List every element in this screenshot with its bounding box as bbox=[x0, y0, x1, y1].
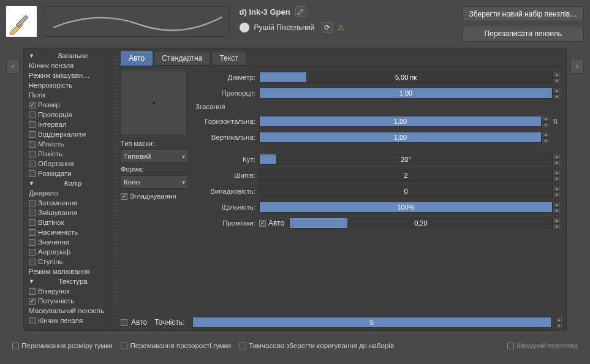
vert-slider[interactable]: 1,00 bbox=[259, 132, 542, 143]
horiz-label: Горизонтальна: bbox=[195, 118, 259, 125]
spikes-spin[interactable]: ▴▾ bbox=[553, 170, 561, 181]
engine-icon bbox=[240, 23, 249, 32]
random-spin[interactable]: ▴▾ bbox=[553, 186, 561, 197]
temp-save-checkbox[interactable] bbox=[240, 343, 246, 349]
spikes-label: Шипів: bbox=[195, 172, 259, 179]
property-sidebar[interactable]: ▼Загальне Кінчик пензля Режим змішуван… … bbox=[26, 51, 112, 328]
angle-slider[interactable]: 20° bbox=[259, 154, 553, 165]
checkbox-hue[interactable] bbox=[29, 219, 36, 226]
diameter-spin[interactable]: ▴▾ bbox=[553, 72, 561, 83]
prop-source[interactable]: Джерело bbox=[26, 188, 112, 198]
antialias-label: Згладжування bbox=[130, 192, 176, 200]
prop-hue[interactable]: Відтінок bbox=[26, 218, 112, 227]
diameter-slider[interactable]: 5,00 пк bbox=[259, 72, 553, 83]
prop-softness[interactable]: М'якість bbox=[26, 139, 112, 149]
prop-spacing[interactable]: Інтервал bbox=[26, 119, 112, 129]
checkbox-spacing[interactable] bbox=[29, 121, 36, 128]
reload-button[interactable]: ⟳ bbox=[322, 22, 333, 33]
checkbox-strength[interactable] bbox=[29, 298, 36, 305]
prop-scatter[interactable]: Розкидати bbox=[26, 169, 112, 178]
prop-strength[interactable]: Потужність bbox=[26, 296, 112, 306]
ratio-spin[interactable]: ▴▾ bbox=[553, 88, 561, 99]
tab-text[interactable]: Текст bbox=[211, 51, 246, 66]
precision-label: Точність: bbox=[154, 318, 184, 327]
prop-ratio[interactable]: Пропорція bbox=[26, 110, 112, 119]
horiz-spin[interactable]: ▴▾ bbox=[542, 116, 550, 127]
shape-select[interactable]: Коло bbox=[121, 175, 188, 189]
checkbox-mix[interactable] bbox=[29, 210, 36, 216]
checkbox-sharpness[interactable] bbox=[29, 151, 36, 157]
random-slider[interactable]: 0 bbox=[259, 186, 553, 197]
spacingval-slider[interactable]: 0,20 bbox=[289, 218, 553, 229]
checkbox-softness[interactable] bbox=[29, 141, 36, 148]
eraser-opacity-checkbox[interactable] bbox=[121, 343, 127, 349]
ratio-label: Пропорції: bbox=[195, 89, 259, 97]
antialias-checkbox[interactable] bbox=[121, 193, 127, 200]
checkbox-darken[interactable] bbox=[29, 200, 36, 207]
save-new-preset-button[interactable]: Зберегти новий набір пензлів… bbox=[463, 6, 584, 22]
brush-name: d) Ink-3 Gpen bbox=[240, 7, 290, 17]
tab-auto[interactable]: Авто bbox=[121, 51, 153, 66]
category-texture[interactable]: ▼Текстура bbox=[26, 276, 112, 286]
prop-mix[interactable]: Змішування bbox=[26, 208, 112, 218]
precision-auto-checkbox[interactable] bbox=[121, 319, 127, 326]
angle-spin[interactable]: ▴▾ bbox=[553, 154, 561, 165]
prop-tip[interactable]: Кінчик пензля bbox=[26, 61, 112, 70]
diameter-label: Діаметр: bbox=[195, 74, 259, 81]
prop-rate[interactable]: Ступінь bbox=[26, 257, 112, 267]
density-slider[interactable]: 100% bbox=[259, 202, 553, 213]
prop-pattern[interactable]: Візерунок bbox=[26, 286, 112, 296]
precision-spin[interactable]: ▴▾ bbox=[555, 317, 564, 328]
quick-preview-label: Швидкий перегляд bbox=[516, 342, 578, 349]
category-color[interactable]: ▼Колір bbox=[26, 178, 112, 188]
warning-icon: ⚠ bbox=[338, 23, 344, 32]
tab-standard[interactable]: Стандартна bbox=[154, 51, 210, 66]
prop-masktip[interactable]: Кінчик пензля bbox=[26, 316, 112, 325]
overwrite-brush-button[interactable]: Перезаписати пензель bbox=[463, 26, 584, 42]
engine-label: Рушій Піксельний bbox=[254, 23, 315, 32]
category-general[interactable]: ▼Загальне bbox=[26, 51, 112, 61]
mask-type-select[interactable]: Типовий bbox=[121, 150, 188, 163]
vert-spin[interactable]: ▴▾ bbox=[542, 132, 550, 143]
prop-opacity[interactable]: Непрозорість bbox=[26, 80, 112, 90]
prop-airbrush[interactable]: Аерограф bbox=[26, 247, 112, 257]
prop-mirror[interactable]: Віддзеркалити bbox=[26, 129, 112, 139]
prop-flow[interactable]: Потік bbox=[26, 90, 112, 100]
prop-rotation[interactable]: Обертання bbox=[26, 159, 112, 169]
checkbox-saturation[interactable] bbox=[29, 229, 36, 236]
prop-sharpness[interactable]: Різкість bbox=[26, 149, 112, 159]
checkbox-masktip[interactable] bbox=[29, 317, 36, 324]
prev-preset-button[interactable]: ‹ bbox=[6, 59, 20, 74]
fade-link-icon[interactable]: ⇅ bbox=[553, 118, 561, 126]
quick-preview-checkbox[interactable] bbox=[507, 343, 514, 349]
checkbox-mirror[interactable] bbox=[29, 131, 36, 138]
prop-maskbrush[interactable]: Маскувальний пензель bbox=[26, 306, 112, 316]
checkbox-scatter[interactable] bbox=[29, 170, 36, 177]
prop-value[interactable]: Значення bbox=[26, 237, 112, 247]
spacing-auto-checkbox[interactable] bbox=[259, 220, 266, 227]
ratio-slider[interactable]: 1,00 bbox=[259, 88, 553, 99]
precision-auto-label: Авто bbox=[131, 318, 147, 327]
checkbox-value[interactable] bbox=[29, 239, 36, 246]
prop-size[interactable]: Розмір bbox=[26, 100, 112, 110]
checkbox-ratio[interactable] bbox=[29, 112, 36, 118]
checkbox-size[interactable] bbox=[29, 102, 36, 108]
checkbox-pattern[interactable] bbox=[29, 288, 36, 295]
checkbox-airbrush[interactable] bbox=[29, 249, 36, 256]
prop-darken[interactable]: Затемнення bbox=[26, 198, 112, 208]
spacingval-spin[interactable]: ▴▾ bbox=[553, 218, 561, 229]
prop-paintmode[interactable]: Режим малювання bbox=[26, 267, 112, 276]
prop-saturation[interactable]: Насиченість bbox=[26, 227, 112, 237]
spikes-slider[interactable]: 2 bbox=[259, 170, 553, 181]
random-label: Випадковість: bbox=[195, 188, 259, 195]
checkbox-rotation[interactable] bbox=[29, 161, 36, 167]
eraser-size-checkbox[interactable] bbox=[12, 343, 19, 349]
checkbox-rate[interactable] bbox=[29, 259, 36, 265]
edit-name-button[interactable] bbox=[295, 6, 306, 17]
next-preset-button[interactable]: › bbox=[570, 59, 584, 74]
prop-blend[interactable]: Режим змішуван… bbox=[26, 70, 112, 80]
density-spin[interactable]: ▴▾ bbox=[553, 202, 561, 213]
spacing-label: Проміжки: bbox=[195, 219, 259, 227]
precision-slider[interactable]: 5 bbox=[192, 317, 551, 328]
horiz-slider[interactable]: 1,00 bbox=[259, 116, 542, 127]
